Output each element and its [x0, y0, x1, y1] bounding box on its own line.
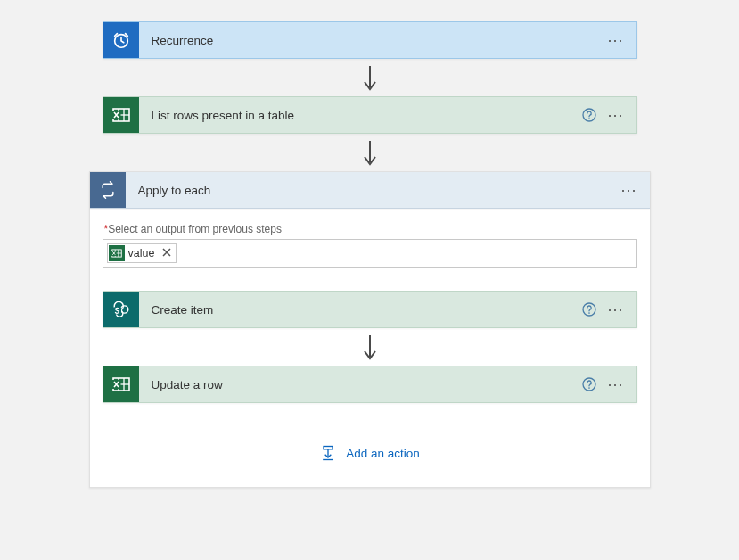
svg-rect-13	[324, 447, 333, 449]
help-icon[interactable]	[582, 377, 596, 391]
step-title: List rows present in a table	[139, 109, 583, 122]
token-label: value	[128, 247, 155, 259]
sharepoint-icon	[103, 292, 139, 327]
step-title: Create item	[139, 303, 583, 317]
add-action-button[interactable]: Add an action	[319, 444, 420, 462]
input-label: *Select an output from previous steps	[104, 223, 282, 235]
more-icon[interactable]: ···	[607, 32, 623, 48]
step-title: Recurrence	[139, 34, 608, 47]
clock-icon	[103, 22, 139, 58]
list-rows-step[interactable]: List rows present in a table ···	[103, 96, 637, 134]
more-icon[interactable]: ···	[607, 376, 623, 392]
loop-icon	[90, 172, 126, 208]
step-title: Apply to each	[126, 184, 621, 197]
excel-icon	[103, 97, 139, 133]
recurrence-step[interactable]: Recurrence ···	[103, 21, 637, 59]
create-item-step[interactable]: Create item ···	[103, 291, 637, 328]
excel-icon	[103, 366, 139, 402]
value-token[interactable]: value	[107, 243, 177, 263]
help-icon[interactable]	[582, 302, 596, 317]
more-icon[interactable]: ···	[607, 301, 623, 317]
apply-to-each-header[interactable]: Apply to each ···	[90, 172, 650, 209]
add-step-icon	[319, 444, 337, 462]
more-icon[interactable]: ···	[620, 182, 636, 198]
excel-icon	[109, 245, 125, 261]
connector-arrow	[359, 328, 381, 366]
add-action-label: Add an action	[346, 447, 420, 460]
update-row-step[interactable]: Update a row ···	[103, 366, 637, 403]
remove-token-icon[interactable]	[161, 247, 172, 260]
output-selector-input[interactable]: value	[103, 239, 637, 268]
connector-arrow	[359, 134, 381, 171]
more-icon[interactable]: ···	[607, 107, 623, 123]
apply-to-each-container: Apply to each ··· *Select an output from…	[89, 171, 651, 488]
help-icon[interactable]	[582, 108, 596, 122]
connector-arrow	[359, 59, 381, 96]
step-title: Update a row	[139, 378, 583, 391]
